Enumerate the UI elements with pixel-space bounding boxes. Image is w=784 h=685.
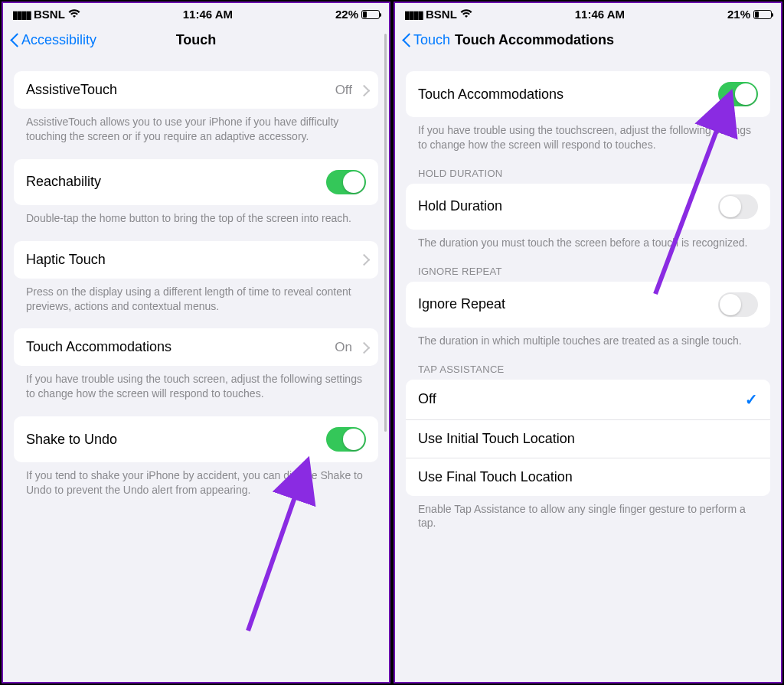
wifi-icon xyxy=(460,8,472,21)
row-footer: The duration in which multiple touches a… xyxy=(406,328,770,348)
row-footer: The duration you must touch the screen b… xyxy=(406,230,770,250)
row-hold-duration[interactable]: Hold Duration xyxy=(406,184,770,230)
row-footer: Press on the display using a different l… xyxy=(14,279,378,314)
row-ignore-repeat[interactable]: Ignore Repeat xyxy=(406,282,770,328)
cellular-signal-icon: ▮▮▮▮ xyxy=(404,8,423,21)
row-footer: If you tend to shake your iPhone by acci… xyxy=(14,462,378,497)
row-reachability[interactable]: Reachability xyxy=(14,159,378,205)
chevron-right-icon xyxy=(360,342,366,353)
row-label: AssistiveTouch xyxy=(26,82,117,98)
checkmark-icon: ✓ xyxy=(745,390,758,409)
section-header-ignore: IGNORE REPEAT xyxy=(406,266,770,282)
option-label: Use Final Touch Location xyxy=(418,469,573,485)
back-button[interactable]: Accessibility xyxy=(9,32,96,48)
scrollbar[interactable] xyxy=(384,34,387,432)
carrier-label: BSNL xyxy=(426,8,457,21)
toggle-reachability[interactable] xyxy=(326,170,366,194)
battery-pct-label: 21% xyxy=(727,8,750,21)
section-header-hold: HOLD DURATION xyxy=(406,168,770,184)
option-label: Off xyxy=(418,391,436,407)
toggle-touch-accommodations[interactable] xyxy=(718,82,758,106)
status-bar: ▮▮▮▮ BSNL 11:46 AM 21% xyxy=(395,3,781,24)
back-button[interactable]: Touch xyxy=(401,32,450,48)
chevron-left-icon xyxy=(9,32,18,47)
clock-label: 11:46 AM xyxy=(183,8,233,21)
cellular-signal-icon: ▮▮▮▮ xyxy=(12,8,31,21)
row-label: Hold Duration xyxy=(418,198,502,214)
row-label: Touch Accommodations xyxy=(418,86,564,103)
chevron-left-icon xyxy=(401,32,410,47)
row-label: Shake to Undo xyxy=(26,432,117,448)
clock-label: 11:46 AM xyxy=(575,8,625,21)
back-label: Accessibility xyxy=(21,32,96,48)
row-footer: AssistiveTouch allows you to use your iP… xyxy=(14,109,378,144)
page-title: Touch Accommodations xyxy=(455,32,614,48)
row-label: Ignore Repeat xyxy=(418,296,505,312)
option-tap-off[interactable]: Off ✓ xyxy=(406,380,770,419)
chevron-right-icon xyxy=(360,85,366,96)
row-label: Haptic Touch xyxy=(26,252,106,268)
row-value: On xyxy=(335,340,352,355)
row-touch-accommodations-toggle[interactable]: Touch Accommodations xyxy=(406,71,770,117)
row-touch-accommodations[interactable]: Touch Accommodations On xyxy=(14,328,378,366)
option-tap-initial[interactable]: Use Initial Touch Location xyxy=(406,419,770,458)
row-value: Off xyxy=(335,83,352,98)
toggle-shake-to-undo[interactable] xyxy=(326,427,366,452)
nav-bar: Accessibility Touch xyxy=(3,24,389,59)
wifi-icon xyxy=(68,8,80,21)
battery-icon xyxy=(753,10,772,19)
option-tap-final[interactable]: Use Final Touch Location xyxy=(406,458,770,496)
row-haptic-touch[interactable]: Haptic Touch xyxy=(14,241,378,279)
row-footer: Enable Tap Assistance to allow any singl… xyxy=(406,496,770,531)
nav-bar: Touch Touch Accommodations xyxy=(395,24,781,59)
row-footer: Double-tap the home button to bring the … xyxy=(14,205,378,226)
row-shake-to-undo[interactable]: Shake to Undo xyxy=(14,416,378,462)
chevron-right-icon xyxy=(360,254,366,265)
row-footer: If you have trouble using the touchscree… xyxy=(406,117,770,152)
row-footer: If you have trouble using the touch scre… xyxy=(14,366,378,401)
row-label: Reachability xyxy=(26,174,101,190)
toggle-hold-duration[interactable] xyxy=(718,194,758,219)
option-label: Use Initial Touch Location xyxy=(418,431,575,447)
row-assistive-touch[interactable]: AssistiveTouch Off xyxy=(14,71,378,109)
carrier-label: BSNL xyxy=(34,8,65,21)
status-bar: ▮▮▮▮ BSNL 11:46 AM 22% xyxy=(3,3,389,24)
battery-icon xyxy=(361,10,380,19)
tap-assistance-list: Off ✓ Use Initial Touch Location Use Fin… xyxy=(406,380,770,496)
left-screenshot: ▮▮▮▮ BSNL 11:46 AM 22% Accessibility Tou… xyxy=(2,2,390,683)
row-label: Touch Accommodations xyxy=(26,339,172,355)
section-header-tap: TAP ASSISTANCE xyxy=(406,364,770,380)
toggle-ignore-repeat[interactable] xyxy=(718,292,758,317)
back-label: Touch xyxy=(413,32,450,48)
right-screenshot: ▮▮▮▮ BSNL 11:46 AM 21% Touch Touch Accom… xyxy=(394,2,782,683)
battery-pct-label: 22% xyxy=(335,8,358,21)
